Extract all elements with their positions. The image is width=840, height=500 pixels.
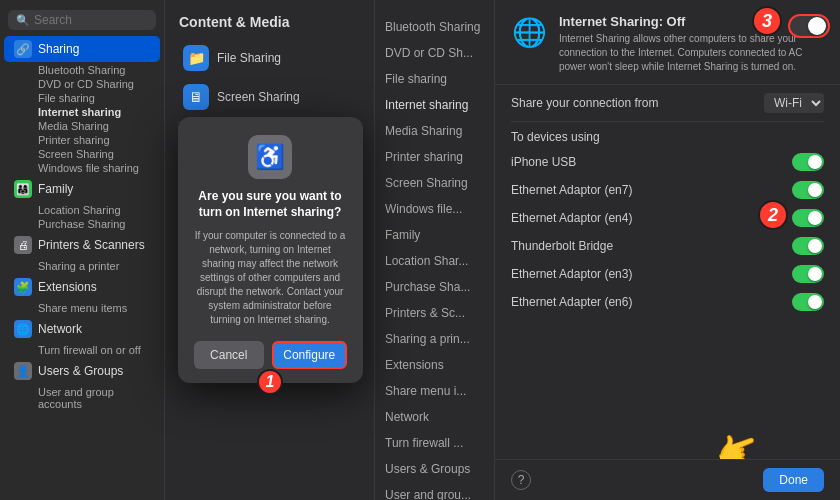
sidebar-item-printers-scanners[interactable]: 🖨 Printers & Scanners — [4, 232, 160, 258]
sidebar-item-media-sharing[interactable]: Media Sharing — [4, 119, 160, 133]
rp-item-printers[interactable]: Printers & Sc... — [375, 300, 494, 326]
device-toggle-4[interactable] — [792, 265, 824, 283]
device-toggle-0[interactable] — [792, 153, 824, 171]
rp-item-location[interactable]: Location Shar... — [375, 248, 494, 274]
search-input[interactable] — [34, 13, 148, 27]
printer-icon: 🖨 — [14, 236, 32, 254]
sidebar-item-share-menu-items[interactable]: Share menu items — [4, 301, 160, 315]
sidebar-item-screen-sharing[interactable]: Screen Sharing — [4, 147, 160, 161]
sidebar-item-dvd-sharing[interactable]: DVD or CD Sharing — [4, 77, 160, 91]
rp-item-share-menu[interactable]: Share menu i... — [375, 378, 494, 404]
done-button[interactable]: Done — [763, 468, 824, 492]
sidebar-item-bluetooth-sharing[interactable]: Bluetooth Sharing — [4, 63, 160, 77]
alert-dialog: ♿ Are you sure you want to turn on Inter… — [178, 117, 363, 382]
sharing-icon: 🔗 — [14, 40, 32, 58]
rp-item-dvd[interactable]: DVD or CD Sh... — [375, 40, 494, 66]
sidebar-search-container[interactable]: 🔍 — [8, 10, 156, 30]
help-button[interactable]: ? — [511, 470, 531, 490]
is-title: Internet Sharing: Off — [559, 14, 824, 29]
sidebar-item-user-group-accounts[interactable]: User and group accounts — [4, 385, 160, 411]
rp-item-internet[interactable]: Internet sharing — [375, 92, 494, 118]
sidebar-item-users-groups[interactable]: 👤 Users & Groups — [4, 358, 160, 384]
middle-item-file-sharing[interactable]: 📁 File Sharing — [169, 39, 370, 77]
middle-item-screen-sharing[interactable]: 🖥 Screen Sharing — [169, 78, 370, 116]
rp-item-extensions[interactable]: Extensions — [375, 352, 494, 378]
sidebar-item-location-sharing[interactable]: Location Sharing — [4, 203, 160, 217]
device-row-3: Thunderbolt Bridge — [495, 232, 840, 260]
device-row-0: iPhone USB — [495, 148, 840, 176]
device-toggle-1[interactable] — [792, 181, 824, 199]
internet-sharing-toggle[interactable] — [788, 14, 830, 38]
device-row-5: Ethernet Adapter (en6) — [495, 288, 840, 316]
rp-item-bluetooth[interactable]: Bluetooth Sharing — [375, 14, 494, 40]
globe-icon: 🌐 — [511, 14, 547, 50]
rp-item-printer[interactable]: Printer sharing — [375, 144, 494, 170]
search-icon: 🔍 — [16, 14, 30, 27]
alert-body: If your computer is connected to a netwo… — [194, 229, 347, 327]
badge-3: 3 — [752, 6, 782, 36]
toggle-knob — [808, 17, 826, 35]
sidebar: 🔍 🔗 Sharing Bluetooth Sharing DVD or CD … — [0, 0, 165, 500]
device-name-3: Thunderbolt Bridge — [511, 239, 613, 253]
connection-from-label: Share your connection from — [511, 96, 658, 110]
alert-buttons: Cancel Configure — [194, 341, 347, 369]
sidebar-item-file-sharing[interactable]: File sharing — [4, 91, 160, 105]
device-name-0: iPhone USB — [511, 155, 576, 169]
users-icon: 👤 — [14, 362, 32, 380]
screen-sharing-icon: 🖥 — [183, 84, 209, 110]
extensions-icon: 🧩 — [14, 278, 32, 296]
rp-item-screen[interactable]: Screen Sharing — [375, 170, 494, 196]
sidebar-item-label: Sharing — [38, 42, 79, 56]
sidebar-item-windows-file-sharing[interactable]: Windows file sharing — [4, 161, 160, 175]
sidebar-item-turn-firewall[interactable]: Turn firewall on or off — [4, 343, 160, 357]
rp-item-windows[interactable]: Windows file... — [375, 196, 494, 222]
rp-item-users[interactable]: Users & Groups — [375, 456, 494, 482]
middle-panel-header: Content & Media — [165, 0, 374, 38]
alert-icon: ♿ — [248, 135, 292, 179]
is-header-text: Internet Sharing: Off Internet Sharing a… — [559, 14, 824, 74]
sidebar-item-sharing-printer[interactable]: Sharing a printer — [4, 259, 160, 273]
cancel-button[interactable]: Cancel — [194, 341, 265, 369]
wifi-selector[interactable]: Wi-Fi — [764, 93, 824, 113]
rp-item-network[interactable]: Network — [375, 404, 494, 430]
device-toggle-5[interactable] — [792, 293, 824, 311]
rp-item-user-accounts[interactable]: User and grou... — [375, 482, 494, 500]
sharing-panel: 3 🌐 Internet Sharing: Off Internet Shari… — [495, 0, 840, 500]
rp-item-file[interactable]: File sharing — [375, 66, 494, 92]
badge-1: 1 — [257, 369, 283, 395]
device-row-4: Ethernet Adaptor (en3) — [495, 260, 840, 288]
sidebar-item-internet-sharing[interactable]: Internet sharing — [4, 105, 160, 119]
device-name-1: Ethernet Adaptor (en7) — [511, 183, 632, 197]
family-icon: 👨‍👩‍👧 — [14, 180, 32, 198]
devices-label: To devices using — [495, 122, 840, 148]
sidebar-item-extensions[interactable]: 🧩 Extensions — [4, 274, 160, 300]
alert-title: Are you sure you want to turn on Interne… — [194, 189, 347, 220]
rp-item-sharing-printer[interactable]: Sharing a prin... — [375, 326, 494, 352]
rp-item-firewall[interactable]: Turn firewall ... — [375, 430, 494, 456]
sidebar-item-network[interactable]: 🌐 Network — [4, 316, 160, 342]
network-icon: 🌐 — [14, 320, 32, 338]
badge-2: 2 — [758, 200, 788, 230]
device-row-1: Ethernet Adaptor (en7) — [495, 176, 840, 204]
sidebar-item-purchase-sharing[interactable]: Purchase Sharing — [4, 217, 160, 231]
sidebar-item-family[interactable]: 👨‍👩‍👧 Family — [4, 176, 160, 202]
is-description: Internet Sharing allows other computers … — [559, 32, 824, 74]
sidebar-item-sharing[interactable]: 🔗 Sharing — [4, 36, 160, 62]
device-toggle-3[interactable] — [792, 237, 824, 255]
rp-item-purchase[interactable]: Purchase Sha... — [375, 274, 494, 300]
right-partial-panel: Bluetooth Sharing DVD or CD Sh... File s… — [375, 0, 495, 500]
device-name-4: Ethernet Adaptor (en3) — [511, 267, 632, 281]
device-toggle-2[interactable] — [792, 209, 824, 227]
sidebar-item-printer-sharing[interactable]: Printer sharing — [4, 133, 160, 147]
is-footer: ? Done — [495, 459, 840, 500]
device-name-2: Ethernet Adaptor (en4) — [511, 211, 632, 225]
rp-item-media[interactable]: Media Sharing — [375, 118, 494, 144]
device-row-2: Ethernet Adaptor (en4) — [495, 204, 840, 232]
connection-from-value: Wi-Fi — [764, 93, 824, 113]
configure-button[interactable]: Configure — [272, 341, 347, 369]
file-sharing-icon: 📁 — [183, 45, 209, 71]
rp-item-family[interactable]: Family — [375, 222, 494, 248]
is-header: 🌐 Internet Sharing: Off Internet Sharing… — [495, 0, 840, 85]
connection-from-row: Share your connection from Wi-Fi — [495, 85, 840, 121]
device-name-5: Ethernet Adapter (en6) — [511, 295, 632, 309]
